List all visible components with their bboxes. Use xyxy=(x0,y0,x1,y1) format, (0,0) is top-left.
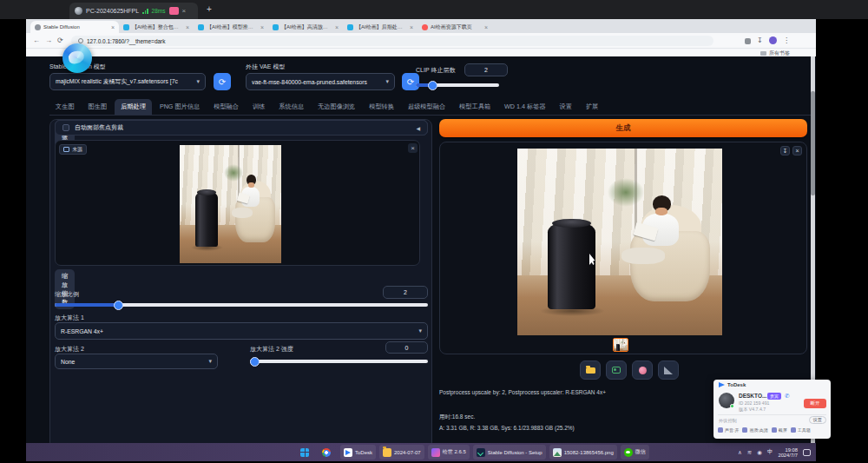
forward-icon[interactable]: → xyxy=(45,36,52,45)
downloads-icon[interactable]: ↧ xyxy=(757,36,763,44)
upscaler2-dropdown[interactable]: None ▾ xyxy=(55,354,218,369)
taskbar-item[interactable]: 2024-07-07 xyxy=(379,445,424,460)
open-folder-button[interactable] xyxy=(580,360,601,380)
new-session-button[interactable]: + xyxy=(207,4,212,15)
browser-tab[interactable]: 【AI绘画】高清放大教程_哔哩哔哩 × xyxy=(268,21,343,33)
main-tab[interactable]: 模型融合 xyxy=(207,99,245,115)
network-icon[interactable]: ≋ xyxy=(747,449,752,456)
slider-knob[interactable] xyxy=(250,357,260,367)
taskbar-item[interactable] xyxy=(319,445,337,460)
input-language[interactable]: 中 xyxy=(767,448,773,456)
photo-scene xyxy=(614,339,628,352)
profile-avatar[interactable] xyxy=(769,36,777,44)
scrollbar-thumb[interactable] xyxy=(811,91,815,195)
output-image[interactable] xyxy=(517,149,722,335)
taskbar-item[interactable]: ToDesk xyxy=(340,445,376,460)
source-label: 来源 xyxy=(72,146,82,154)
download-image-icon[interactable]: ↧ xyxy=(780,146,790,155)
latency-value: 28ms xyxy=(152,8,166,14)
tab-title: Stable Diffusion xyxy=(43,24,108,30)
upscaler1-dropdown[interactable]: R-ESRGAN 4x+ ▾ xyxy=(55,322,428,340)
volume-icon[interactable]: ◉ xyxy=(757,449,762,456)
slider-knob[interactable] xyxy=(428,81,437,90)
tab-close-icon[interactable]: × xyxy=(260,24,264,30)
tab-close-icon[interactable]: × xyxy=(335,24,339,30)
tab-favicon xyxy=(273,24,279,30)
app-icon xyxy=(322,448,331,457)
upscaler2-strength-slider[interactable] xyxy=(250,360,428,363)
taskbar-item[interactable]: 绘世 2.6.5 xyxy=(428,445,470,460)
main-tab[interactable]: 模型转换 xyxy=(363,99,400,115)
notification-center-icon[interactable] xyxy=(803,449,811,456)
remote-session-tab[interactable]: PC-20240625HFPL 28ms × xyxy=(69,3,198,19)
main-tab[interactable]: 文生图 xyxy=(49,99,81,115)
browser-toolbar: ← → ⟳ 127.0.0.1:7860/?__theme=dark ↧ ⋮ xyxy=(26,33,816,49)
disconnect-button[interactable]: 断开 xyxy=(804,399,826,408)
back-icon[interactable]: ← xyxy=(33,36,40,45)
taskbar-item[interactable]: 15082-13865456.png xyxy=(549,445,617,460)
address-bar[interactable]: 127.0.0.1:7860/?__theme=dark xyxy=(71,36,713,46)
main-tab[interactable]: PNG 图片信息 xyxy=(154,99,206,115)
call-icon[interactable]: ✆ xyxy=(785,393,789,400)
clock[interactable]: 19:08 2024/7/7 xyxy=(778,447,798,458)
vae-dropdown[interactable]: vae-ft-mse-840000-ema-pruned.safetensors… xyxy=(246,73,395,90)
refresh-models-button[interactable]: ⟳ xyxy=(214,73,231,90)
taskbar-item[interactable]: Stable Diffusion - Setup xyxy=(473,445,546,460)
send-to-img2img-button[interactable] xyxy=(606,360,627,380)
main-tab-bar: 文生图 图生图 后期处理 PNG 图片信息 模型融合 训练 系统信息 无边图像浏… xyxy=(49,98,812,116)
control-chip[interactable]: 工具箱 xyxy=(791,427,811,433)
tab-close-icon[interactable]: × xyxy=(484,24,488,30)
browser-tab[interactable]: Stable Diffusion × xyxy=(30,21,119,33)
browser-tab[interactable]: 【AI绘画】模型推荐_哔哩哔哩 × xyxy=(194,21,268,33)
control-chip[interactable]: 声音:开 xyxy=(718,427,739,433)
browser-tab[interactable]: AI绘画资源下载页 × xyxy=(418,21,492,33)
settings-button[interactable]: 设置 xyxy=(809,416,826,424)
extras-input-panel: 单张图片 批量处理 批量处理文件夹 来源 × xyxy=(49,119,432,443)
main-tab[interactable]: 扩展 xyxy=(580,99,604,115)
checkbox[interactable] xyxy=(62,124,69,131)
taskbar-item[interactable]: 微信 xyxy=(621,445,649,460)
clip-skip-slider[interactable] xyxy=(416,83,499,87)
slider-knob[interactable] xyxy=(114,301,123,310)
scale-ratio-slider[interactable] xyxy=(55,303,428,307)
main-tab[interactable]: 设置 xyxy=(554,99,578,115)
image-upload-area[interactable]: 来源 × xyxy=(55,140,420,266)
main-tab[interactable]: 超级模型融合 xyxy=(402,99,451,115)
refresh-vae-button[interactable]: ⟳ xyxy=(402,73,419,90)
browser-menu-icon[interactable]: ⋮ xyxy=(783,36,790,44)
clip-skip-value[interactable]: 2 xyxy=(464,63,508,76)
tab-close-icon[interactable]: × xyxy=(186,24,189,30)
send-to-extras-button[interactable] xyxy=(658,360,679,380)
sd-model-dropdown[interactable]: majicMIX realistic 麦橘写实_v7.safetensors [… xyxy=(49,73,206,90)
scale-ratio-value[interactable]: 2 xyxy=(383,286,428,299)
tab-close-icon[interactable]: × xyxy=(111,24,115,30)
browser-tab[interactable]: 【AI绘画】后期处理流程_哔哩哔哩 × xyxy=(343,21,418,33)
accordion-section[interactable]: 自动面部焦点剪裁 ◀ xyxy=(55,120,428,136)
main-tab[interactable]: 后期处理 xyxy=(115,99,152,115)
extensions-icon[interactable] xyxy=(745,38,751,44)
control-chip[interactable]: 截屏 xyxy=(772,427,787,433)
tab-favicon xyxy=(422,24,428,30)
main-tab[interactable]: 训练 xyxy=(247,99,271,115)
send-to-inpaint-button[interactable] xyxy=(632,360,653,380)
main-tab[interactable]: WD 1.4 标签器 xyxy=(498,99,552,115)
main-tab[interactable]: 图生图 xyxy=(82,99,114,115)
generate-button[interactable]: 生成 xyxy=(439,119,807,137)
close-session-icon[interactable]: × xyxy=(182,8,187,15)
gallery-thumbnail[interactable] xyxy=(613,338,628,352)
clear-image-icon[interactable]: × xyxy=(408,143,418,153)
reload-icon[interactable]: ⟳ xyxy=(57,36,63,45)
tray-expand-icon[interactable]: ∧ xyxy=(738,449,742,456)
upscaler2-strength-value[interactable]: 0 xyxy=(385,341,428,354)
close-gallery-icon[interactable]: × xyxy=(792,146,802,155)
taskbar-item[interactable] xyxy=(297,445,315,460)
upscaler2-label: 放大算法 2 xyxy=(55,345,84,354)
control-chip[interactable]: 画质:高清 xyxy=(742,427,767,433)
main-tab[interactable]: 系统信息 xyxy=(273,99,310,115)
main-tab[interactable]: 无边图像浏览 xyxy=(312,99,361,115)
browser-tab[interactable]: 【AI绘画】整合包安装教程_哔哩哔哩 × xyxy=(119,21,194,33)
main-tab[interactable]: 模型工具箱 xyxy=(453,99,496,115)
site-info-icon[interactable] xyxy=(78,38,83,43)
tab-close-icon[interactable]: × xyxy=(410,24,413,30)
accordion-label: 自动面部焦点剪裁 xyxy=(75,123,411,132)
